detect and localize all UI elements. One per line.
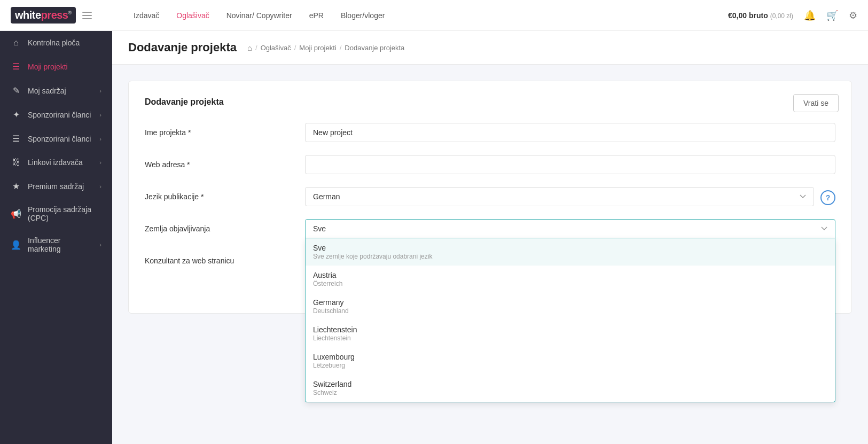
nav-novinar[interactable]: Novinar/ Copywriter [226,11,292,20]
sidebar-item-label: Promocija sadržaja (CPC) [28,205,101,222]
logo-press: press [41,9,68,21]
country-label: Zemlja objavljivanja [145,219,294,233]
sidebar-item-sponzorirani2[interactable]: ☰ Sponzorirani članci › [0,127,112,151]
country-select[interactable]: Sve [305,219,835,238]
sidebar-item-kontrolna[interactable]: ⌂ Kontrolna ploča [0,31,112,54]
breadcrumb-current: Dodavanje projekta [345,44,404,52]
sidebar-item-label: Moji projekti [28,63,68,71]
link-icon: ⛓ [11,158,21,167]
projects-icon: ☰ [11,61,21,72]
sidebar-item-label: Moj sadržaj [28,87,66,95]
dropdown-item-sub: Schweiz [313,389,827,396]
dropdown-item-sve[interactable]: Sve Sve zemlje koje podržavaju odabrani … [306,238,835,266]
project-name-input[interactable] [305,123,835,142]
dropdown-item-germany[interactable]: Germany Deutschland [306,293,835,320]
sidebar-item-label: Linkovi izdavača [28,158,83,167]
price-display: €0,00 bruto (0,00 zł) [728,11,793,20]
logo-registered: ® [68,10,72,15]
sidebar-item-promocija[interactable]: 📢 Promocija sadržaja (CPC) [0,198,112,229]
breadcrumb-home-icon[interactable]: ⌂ [247,43,252,52]
country-dropdown-menu: Sve Sve zemlje koje podržavaju odabrani … [305,238,835,402]
page-header: Dodavanje projekta ⌂ / Oglašivač / Moji … [112,31,868,65]
main-nav-links: Izdavač Oglašivač Novinar/ Copywriter eP… [123,11,728,20]
consultant-label: Konzultant za web stranicu [145,251,294,265]
dropdown-item-sub: Liechtenstein [313,334,827,342]
sidebar-item-sponzorirani1[interactable]: ✦ Sponzorirani članci › [0,103,112,127]
main-content: Dodavanje projekta ⌂ / Oglašivač / Moji … [112,31,868,444]
price-zl: (0,00 zł) [770,12,793,20]
vrati-se-button[interactable]: Vrati se [793,94,839,112]
form-section: Dodavanje projekta Vrati se Ime projekta… [128,81,852,314]
dropdown-item-name: Liechtenstein [313,325,827,334]
sidebar-item-label: Influencer marketing [28,236,93,253]
breadcrumb-sep: / [294,44,296,52]
chevron-icon: › [99,112,101,118]
sidebar-item-linkovi[interactable]: ⛓ Linkovi izdavača › [0,151,112,174]
home-icon: ⌂ [11,38,21,48]
settings-icon[interactable]: ⚙ [849,10,857,21]
chevron-icon: › [99,159,101,166]
language-field-group: German English French Polish ? [305,187,835,206]
breadcrumb-sep: / [255,44,257,52]
breadcrumb: ⌂ / Oglašivač / Moji projekti / Dodavanj… [247,43,404,52]
nav-oglasivac[interactable]: Oglašivač [176,11,209,20]
dropdown-item-name: Sve [313,244,827,252]
sidebar-item-moji-projekti[interactable]: ☰ Moji projekti [0,54,112,79]
nav-epr[interactable]: ePR [309,11,324,20]
content-area: Dodavanje projekta Vrati se Ime projekta… [112,65,868,444]
chevron-icon: › [99,183,101,190]
price-bruto: €0,00 bruto [728,11,768,20]
dropdown-item-name: Germany [313,298,827,307]
sidebar-item-label: Premium sadržaj [28,182,84,191]
top-nav-right: €0,00 bruto (0,00 zł) 🔔 🛒 ⚙ [728,10,857,21]
hamburger-menu[interactable] [82,12,92,19]
bell-icon[interactable]: 🔔 [804,10,816,21]
breadcrumb-oglasivac[interactable]: Oglašivač [261,44,291,52]
breadcrumb-sep: / [340,44,342,52]
dropdown-item-austria[interactable]: Austria Österreich [306,266,835,293]
top-navigation: whitepress® Izdavač Oglašivač Novinar/ C… [0,0,868,31]
dropdown-item-name: Luxembourg [313,353,827,361]
main-layout: ⌂ Kontrolna ploča ☰ Moji projekti ✎ Moj … [0,31,868,444]
form-section-title: Dodavanje projekta [145,97,835,107]
dropdown-item-sub: Lëtzebuerg [313,362,827,369]
dropdown-item-liechtenstein[interactable]: Liechtenstein Liechtenstein [306,320,835,347]
dropdown-item-luxembourg[interactable]: Luxembourg Lëtzebuerg [306,347,835,375]
web-address-row: Web adresa * [145,155,835,174]
country-control: Sve Sve Sve zemlje koje podržavaju odabr… [305,219,835,238]
sidebar-item-moj-sadrzaj[interactable]: ✎ Moj sadržaj › [0,79,112,103]
dropdown-item-sub: Österreich [313,280,827,287]
sidebar-item-premium[interactable]: ★ Premium sadržaj › [0,174,112,198]
project-name-label: Ime projekta * [145,123,294,137]
sidebar-item-label: Kontrolna ploča [28,38,80,47]
sidebar-item-label: Sponzorirani članci [28,111,91,119]
logo: whitepress® [11,7,76,24]
language-help-icon[interactable]: ? [820,190,835,205]
influencer-icon: 👤 [11,240,21,250]
dropdown-item-switzerland[interactable]: Switzerland Schweiz [306,375,835,402]
nav-izdavac[interactable]: Izdavač [134,11,159,20]
language-label: Jezik publikacije * [145,187,294,201]
chevron-icon: › [99,136,101,142]
dropdown-item-name: Austria [313,271,827,279]
language-select[interactable]: German English French Polish [305,187,814,206]
language-control: German English French Polish [305,187,814,206]
web-address-input[interactable] [305,155,835,174]
dropdown-item-sub: Deutschland [313,307,827,315]
breadcrumb-moji-projekti[interactable]: Moji projekti [299,44,336,52]
sidebar-item-label: Sponzorirani članci [28,135,91,143]
cart-icon[interactable]: 🛒 [826,10,838,21]
project-name-control [305,123,835,142]
sidebar-item-influencer[interactable]: 👤 Influencer marketing › [0,229,112,260]
logo-white: white [15,9,41,21]
nav-bloger[interactable]: Bloger/vloger [341,11,385,20]
page-title: Dodavanje projekta [128,41,237,54]
promo-icon: 📢 [11,209,21,219]
country-row: Zemlja objavljivanja Sve Sve Sve zemlje … [145,219,835,238]
sponsored-icon: ✦ [11,110,21,120]
star-icon: ★ [11,181,21,191]
chevron-icon: › [99,88,101,94]
logo-area: whitepress® [11,7,123,24]
web-address-label: Web adresa * [145,155,294,169]
dropdown-item-name: Switzerland [313,380,827,388]
